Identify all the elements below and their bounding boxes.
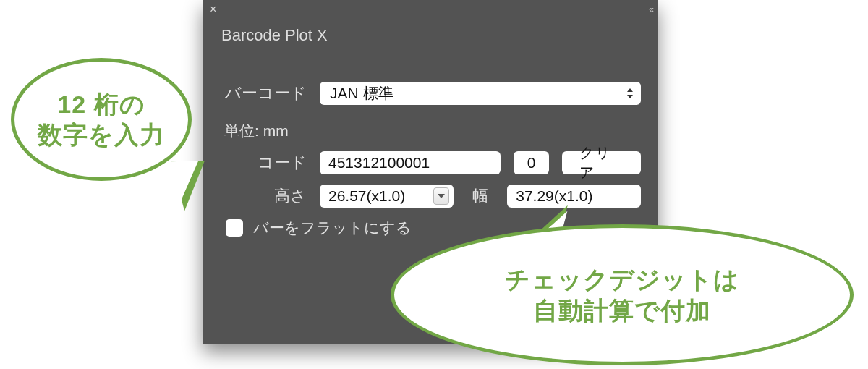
width-label: 幅 [467, 185, 495, 207]
panel-titlebar: × « [203, 0, 658, 18]
panel-body: バーコード JAN 標準 単位: mm コード 451312100001 0 [203, 54, 658, 253]
code-value: 451312100001 [328, 154, 430, 171]
clear-button-label: クリア [579, 143, 624, 182]
callout-check-digit-text: チェックデジットは 自動計算で付加 [505, 264, 739, 326]
clear-button[interactable]: クリア [562, 151, 641, 174]
unit-label: 単位: mm [224, 121, 641, 141]
updown-icon [626, 88, 634, 98]
flat-bars-label: バーをフラットにする [253, 218, 412, 238]
callout-check-digit: チェックデジットは 自動計算で付加 [391, 224, 854, 365]
code-input[interactable]: 451312100001 [320, 151, 501, 174]
check-digit-field: 0 [514, 151, 550, 174]
code-label: コード [220, 152, 307, 174]
height-label: 高さ [258, 185, 307, 207]
barcode-type-label: バーコード [220, 82, 307, 104]
callout-input-digits-text: 12 桁の 数字を入力 [38, 89, 165, 150]
width-select[interactable]: 37.29(x1.0) [507, 184, 641, 208]
close-icon[interactable]: × [210, 4, 216, 15]
barcode-type-value: JAN 標準 [330, 83, 393, 103]
chevron-down-icon [433, 187, 449, 205]
panel-tabs: Barcode Plot X [203, 18, 658, 54]
collapse-icon[interactable]: « [649, 4, 651, 14]
tab-barcode-plot-x[interactable]: Barcode Plot X [208, 19, 341, 55]
height-value: 26.57(x1.0) [328, 187, 405, 205]
check-digit-value: 0 [527, 154, 536, 171]
height-select[interactable]: 26.57(x1.0) [320, 184, 454, 208]
flat-bars-checkbox[interactable] [226, 219, 243, 237]
callout-input-digits: 12 桁の 数字を入力 [11, 58, 192, 181]
barcode-type-select[interactable]: JAN 標準 [320, 82, 641, 105]
